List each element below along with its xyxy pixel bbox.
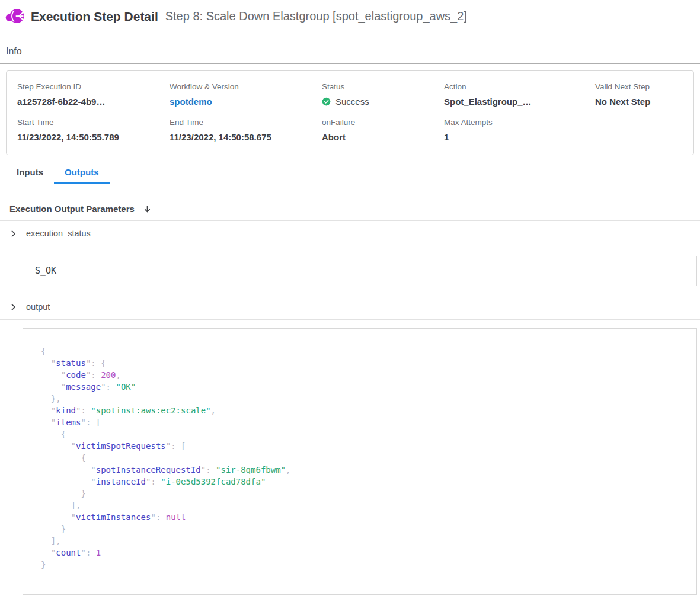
chevron-right-icon <box>9 303 17 311</box>
code-line: } <box>41 523 679 535</box>
field-step-execution-id: Step Execution ID a125728f-6b22-4b9… <box>17 82 170 107</box>
field-onfailure: onFailure Abort <box>322 118 444 142</box>
field-end-time: End Time 11/23/2022, 14:50:58.675 <box>170 118 322 142</box>
field-max-attempts: Max Attempts 1 <box>444 118 595 142</box>
field-start-time: Start Time 11/23/2022, 14:50:55.789 <box>17 118 170 142</box>
code-line: { <box>41 345 679 357</box>
field-label: Step Execution ID <box>17 82 170 91</box>
tab-outputs[interactable]: Outputs <box>54 161 110 184</box>
code-line: ], <box>41 535 679 547</box>
field-action: Action Spot_Elastigroup_… <box>444 82 595 107</box>
field-status: Status Success <box>322 82 444 107</box>
code-line: "victimSpotRequests": [ <box>41 440 679 452</box>
code-line: "instanceId": "i-0e5d5392fcad78dfa" <box>41 476 679 487</box>
json-code: { "status": { "code": 200, "message": "O… <box>41 345 679 570</box>
status-badge: Success <box>322 97 444 107</box>
code-line: { <box>41 452 679 464</box>
arrow-down-icon[interactable] <box>143 204 152 214</box>
field-value: 11/23/2022, 14:50:58.675 <box>170 132 322 142</box>
field-value: 1 <box>444 132 595 142</box>
code-line: }, <box>41 393 679 405</box>
field-label: onFailure <box>322 118 444 127</box>
field-value: a125728f-6b22-4b9… <box>17 97 170 107</box>
code-line: } <box>41 487 679 499</box>
code-line: "items": [ <box>41 416 679 428</box>
code-line: "victimInstances": null <box>41 511 679 523</box>
code-line: } <box>41 559 679 570</box>
field-value: No Next Step <box>595 97 693 107</box>
param-row-execution-status[interactable]: execution_status <box>0 221 700 246</box>
code-line: { <box>41 428 679 440</box>
field-value: Spot_Elastigroup_… <box>444 97 595 107</box>
field-label: Start Time <box>17 118 170 127</box>
tab-bar: Inputs Outputs <box>0 161 700 184</box>
execution-output-parameters-header: Execution Output Parameters <box>0 197 700 221</box>
code-line: "status": { <box>41 357 679 369</box>
code-line: "code": 200, <box>41 369 679 381</box>
field-label: Max Attempts <box>444 118 595 127</box>
field-label: Status <box>322 82 444 91</box>
code-line: "message": "OK" <box>41 381 679 393</box>
chevron-right-icon <box>9 230 17 238</box>
field-label: End Time <box>170 118 322 127</box>
field-label: Action <box>444 82 595 91</box>
page-title: Execution Step Detail <box>31 9 158 24</box>
param-name: execution_status <box>26 229 91 238</box>
field-value: Abort <box>322 132 444 142</box>
tab-inputs[interactable]: Inputs <box>6 161 54 184</box>
param-name: output <box>26 302 50 312</box>
status-text: Success <box>335 97 369 107</box>
info-card-grid: Step Execution ID a125728f-6b22-4b9… Wor… <box>17 82 693 142</box>
field-label: Workflow & Version <box>170 82 322 91</box>
field-empty <box>595 118 693 142</box>
workflow-link[interactable]: spotdemo <box>170 97 322 107</box>
code-line: "spotInstanceRequestId": "sir-8qm6fbwm", <box>41 464 679 476</box>
info-section-title: Info <box>6 46 700 57</box>
execution-status-value-box: S_OK <box>23 256 697 286</box>
code-line: "kind": "spotinst:aws:ec2:scale", <box>41 405 679 416</box>
field-valid-next-step: Valid Next Step No Next Step <box>595 82 693 107</box>
execution-output-parameters-title: Execution Output Parameters <box>9 204 135 214</box>
param-row-output[interactable]: output <box>0 294 700 320</box>
code-line: ], <box>41 499 679 511</box>
success-check-icon <box>322 97 331 106</box>
brand-logo-icon <box>5 7 25 27</box>
divider <box>0 63 700 64</box>
page-header: Execution Step Detail Step 8: Scale Down… <box>0 0 700 33</box>
field-value: 11/23/2022, 14:50:55.789 <box>17 132 170 142</box>
field-label: Valid Next Step <box>595 82 693 91</box>
output-json-box: { "status": { "code": 200, "message": "O… <box>23 328 697 595</box>
field-workflow-version: Workflow & Version spotdemo <box>170 82 322 107</box>
code-line: "count": 1 <box>41 547 679 559</box>
page-subtitle: Step 8: Scale Down Elastgroup [spot_elas… <box>165 9 467 23</box>
info-card: Step Execution ID a125728f-6b22-4b9… Wor… <box>6 70 694 155</box>
